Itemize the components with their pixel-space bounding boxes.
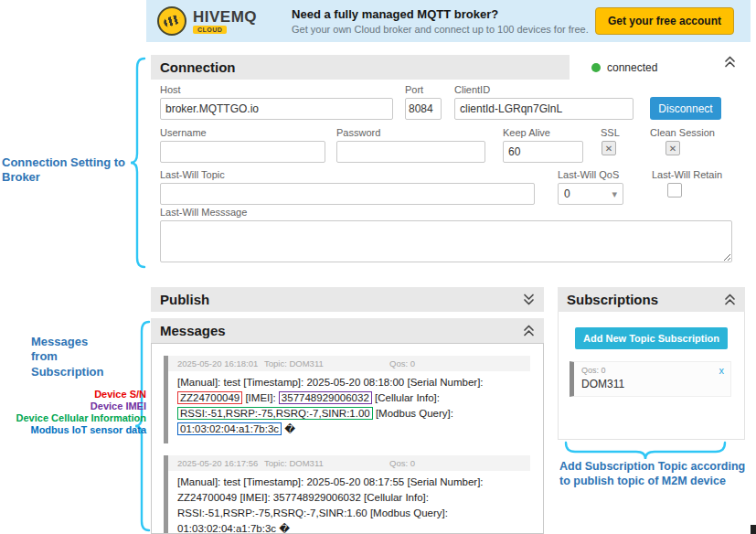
collapse-connection-button[interactable] [723,55,737,80]
message-body: [Manual]: test [Timestamp]: 2025-05-20 0… [168,471,530,534]
keepalive-input[interactable] [503,141,583,163]
cellular-label: [Cellular Info]: [364,492,429,503]
mqtt-websocket-client-screen: HIVEMQ CLOUD Need a fully managed MQTT b… [0,0,756,534]
message-timestamp: 2025-05-20 16:17:56 [177,458,264,468]
last-will-qos-value: 0 [564,187,570,200]
last-will-retain-checkbox[interactable] [667,183,682,198]
last-will-retain-field: Last-Will Retain [652,169,722,198]
modbus-value: 01:03:02:04:a1:7b:3c [177,422,282,435]
ssl-label: SSL [601,127,620,138]
cloud-badge: CLOUD [193,26,227,34]
ssl-field: SSL [601,127,620,155]
modbus-label: [Modbus Query]: [370,507,448,518]
connected-dot-icon [591,63,601,72]
cellular-value: RSSI:-51,RSRP:-75,RSRQ:-7,SINR:1.60 [177,507,367,518]
message-line: RSSI:-51,RSRP:-75,RSRQ:-7,SINR:1.00 [Mod… [177,406,521,422]
clean-session-checkbox[interactable] [665,141,680,155]
modbus-value: 01:03:02:04:a1:7b:3c [177,523,276,534]
disconnect-button[interactable]: Disconnect [650,97,721,120]
expand-publish-button[interactable] [522,293,536,306]
subscription-qos: Qos: 0 [581,366,723,375]
keepalive-label: Keep Alive [503,127,583,138]
annotation-device-cellular: Device Cellular Information [7,412,146,424]
hivemq-logo: HIVEMQ CLOUD [157,6,257,36]
ssl-checkbox[interactable] [602,141,616,155]
username-label: Username [160,127,325,138]
clientid-field: ClientID [454,84,634,120]
host-input[interactable] [160,98,393,120]
annotation-device-imei: Device IMEI [7,400,146,412]
message-line: RSSI:-51,RSRP:-75,RSRQ:-7,SINR:1.60 [Mod… [177,506,521,521]
collapse-messages-button[interactable] [522,324,536,337]
cellular-label: [Cellular Info]: [375,392,440,403]
message-header: 2025-05-20 16:17:56 Topic: DOM311 Qos: 0 [168,455,530,471]
message-line: ZZ24700049 [IMEI]: 357748929006032 [Cell… [177,490,521,506]
port-input[interactable] [405,98,442,120]
last-will-qos-field: Last-Will QoS 0 ▾ [558,169,623,205]
last-will-topic-input[interactable] [160,183,535,205]
publish-section-header: Publish [151,287,544,312]
annotation-modbus-data: Modbus IoT sensor data [7,424,146,436]
add-subscription-button[interactable]: Add New Topic Subscription [575,327,728,349]
annotation-add-subscription: Add Subscription Topic according to publ… [559,460,756,488]
last-will-message-field: Last-Will Messsage [160,207,732,262]
subscriptions-panel: Add New Topic Subscription Qos: 0 DOM311… [558,312,745,440]
remove-subscription-button[interactable]: x [719,365,725,376]
subscriptions-title: Subscriptions [558,292,658,307]
last-will-qos-label: Last-Will QoS [558,169,623,180]
trailing-char: � [279,523,290,534]
bee-icon [157,6,186,36]
serial-number-value: ZZ24700049 [177,391,242,404]
last-will-qos-select[interactable]: 0 ▾ [558,183,623,205]
connection-status: connected [570,55,723,80]
annotation-connection-setting: Connection Setting to Broker [2,155,137,186]
annotation-device-labels: Device S/N Device IMEI Device Cellular I… [7,389,146,436]
message-line: 01:03:02:04:a1:7b:3c � [177,521,521,534]
imei-label: [IMEI]: [240,492,270,503]
message-header: 2025-05-20 16:18:01 Topic: DOM311 Qos: 0 [168,356,530,371]
collapse-subscriptions-button[interactable] [723,293,737,306]
chevron-double-up-icon [723,293,737,306]
last-will-topic-field: Last-Will Topic [160,169,535,205]
chevron-double-up-icon [522,324,536,337]
username-input[interactable] [160,141,325,163]
password-label: Password [336,127,485,138]
serial-number-value: ZZ24700049 [177,492,237,503]
port-field: Port [405,84,442,120]
scrollbar-corner [751,525,756,534]
password-field: Password [336,127,485,163]
clientid-label: ClientID [454,84,634,95]
messages-panel: 2025-05-20 16:18:01 Topic: DOM311 Qos: 0… [151,343,544,534]
message-line: 01:03:02:04:a1:7b:3c � [177,422,521,437]
message-item: 2025-05-20 16:18:01 Topic: DOM311 Qos: 0… [164,356,530,443]
logo-text: HIVEMQ CLOUD [193,9,257,34]
host-label: Host [160,84,393,95]
annotation-device-sn: Device S/N [7,389,146,400]
cellular-value: RSSI:-51,RSRP:-75,RSRQ:-7,SINR:1.00 [177,407,373,420]
clean-session-label: Clean Session [650,127,715,138]
clientid-input[interactable] [454,98,634,120]
last-will-message-textarea[interactable] [160,220,732,262]
imei-value: 357748929006032 [279,391,372,404]
last-will-message-label: Last-Will Messsage [160,207,732,218]
subscription-topic: DOM311 [581,378,723,390]
messages-title: Messages [151,323,226,338]
annotation-messages-from-subscription: Messages from Subscription [31,335,109,379]
publish-title: Publish [151,292,209,307]
modbus-label: [Modbus Query]: [376,408,453,419]
port-label: Port [405,84,442,95]
keepalive-field: Keep Alive [503,127,583,163]
messages-section-header: Messages [151,318,544,343]
connection-title: Connection [151,59,236,75]
connection-title-bar: Connection [151,55,570,80]
brand-name: HIVEMQ [193,9,257,25]
password-input[interactable] [336,141,485,163]
banner-subtext: Get your own Cloud broker and connect up… [292,24,589,35]
clean-session-field: Clean Session [650,127,715,155]
message-topic: Topic: DOM311 [264,358,389,368]
get-free-account-button[interactable]: Get your free account [595,7,734,35]
imei-label: [IMEI]: [245,392,275,403]
subscription-item: Qos: 0 DOM311 x [570,361,731,397]
username-field: Username [160,127,325,163]
imei-value: 357748929006032 [273,492,361,503]
